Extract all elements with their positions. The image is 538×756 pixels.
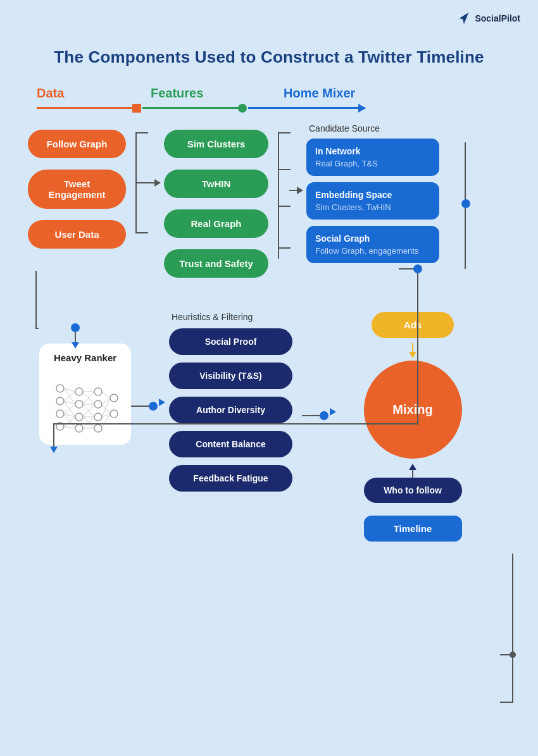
heuristics-label: Heuristics & Filtering (172, 312, 302, 322)
feature-sim-clusters: Sim Clusters (164, 130, 268, 158)
data-section-label: Data (37, 86, 151, 101)
feat-bracket-left (278, 132, 279, 259)
svg-line-39 (102, 414, 110, 428)
page-title: The Components Used to Construct a Twitt… (19, 47, 519, 67)
heavy-ranker-label: Heavy Ranker (54, 352, 116, 363)
timeline-right-line (500, 554, 513, 702)
data-item-user-data: User Data (28, 220, 126, 249)
candidate-source-label: Candidate Source (309, 123, 439, 133)
ranker-heuristics-connector (131, 402, 163, 411)
brand-name: SocialPilot (475, 13, 520, 23)
svg-line-19 (64, 404, 75, 414)
data-arrow-dot (132, 104, 141, 113)
wtf-right-dot (510, 652, 516, 658)
left-down-line (35, 271, 37, 328)
heavy-ranker-top-dot (71, 323, 80, 332)
heavy-ranker-box: Heavy Ranker (39, 344, 131, 445)
neural-network-diagram (51, 379, 120, 436)
brand-icon (457, 11, 471, 25)
candidates-right-connector (439, 123, 471, 282)
data-arrow (37, 107, 135, 109)
feature-real-graph: Real Graph (164, 209, 268, 238)
right-blue-dot (461, 199, 470, 208)
ranker-arrowhead (159, 399, 165, 406)
left-h-line (35, 328, 39, 329)
ranker-h-line (131, 406, 150, 407)
heuristics-pills: Social Proof Visibility (T&S) Author Div… (169, 328, 302, 492)
heuristic-author-diversity: Author Diversity (169, 397, 292, 423)
heavy-ranker-arrow-down (72, 342, 79, 349)
svg-point-5 (75, 400, 83, 408)
feat-bracket-t2 (278, 169, 291, 170)
svg-point-1 (56, 397, 64, 405)
features-section-label: Features (151, 86, 284, 101)
bottom-diagram: Heavy Ranker (28, 306, 519, 542)
data-item-tweet-engagement: Tweet Engagement (28, 170, 126, 209)
timeline-pill: Timeline (364, 516, 462, 542)
heuristic-social-proof: Social Proof (169, 328, 292, 355)
top-diagram: Follow Graph Tweet Engagement User Data (28, 123, 519, 282)
svg-line-23 (64, 426, 75, 428)
bracket-arrowhead (154, 179, 161, 187)
candidate-column: Candidate Source In Network Real Graph, … (306, 123, 439, 270)
heuristics-column: Heuristics & Filtering Social Proof Visi… (169, 312, 302, 492)
data-features-connector (129, 123, 164, 244)
heuristic-feedback-fatigue: Feedback Fatigue (169, 465, 292, 492)
arrow-row (37, 101, 519, 115)
bracket-bot-tick (135, 232, 148, 233)
svg-point-12 (110, 394, 118, 402)
svg-line-36 (102, 404, 110, 414)
feature-trust-safety: Trust and Safety (164, 249, 268, 278)
svg-point-2 (56, 410, 64, 418)
who-to-follow-pill: Who to follow (364, 478, 462, 503)
brand: SocialPilot (457, 11, 520, 25)
svg-line-21 (64, 414, 75, 428)
heuristics-mixing-connector (302, 411, 334, 420)
heuristic-content-balance: Content Balance (169, 431, 292, 457)
svg-line-22 (64, 417, 75, 426)
home-mixer-arrowhead (358, 104, 366, 113)
feat-bracket-t4 (278, 247, 291, 249)
feature-twhin: TwHIN (164, 170, 268, 198)
ranker-dot (149, 402, 158, 411)
mixing-column: Ads Mixing Who to follow (353, 312, 473, 542)
feat-bracket-t3 (278, 206, 291, 207)
candidate-box-embedding: Embedding Space Sim Clusters, TwHIN (306, 182, 439, 220)
svg-point-8 (94, 388, 102, 395)
feat-bracket-t1 (278, 132, 291, 133)
home-mixer-section-label: Home Mixer (284, 86, 448, 101)
candidate-box-social-graph: Social Graph Follow Graph, engagements (306, 226, 439, 263)
mixing-circle: Mixing (364, 361, 462, 459)
wtf-up-arrow (409, 464, 416, 478)
feat-bracket-arrow (297, 187, 303, 194)
features-arrow-dot (238, 104, 247, 113)
svg-point-9 (94, 400, 102, 408)
features-column: Sim Clusters TwHIN Real Graph Trust and … (164, 123, 272, 278)
svg-point-7 (75, 424, 83, 432)
ads-pill: Ads (372, 312, 454, 338)
candidate-box-in-network: In Network Real Graph, T&S (306, 139, 439, 176)
heavy-ranker-down-line (75, 331, 76, 344)
svg-point-0 (56, 385, 64, 392)
features-candidates-connector (272, 123, 306, 269)
svg-line-34 (102, 392, 110, 398)
ads-down-arrow (409, 343, 416, 358)
page: SocialPilot The Components Used to Const… (0, 0, 538, 756)
heuristic-visibility: Visibility (T&S) (169, 363, 292, 389)
bracket-mid-tick (135, 182, 148, 183)
svg-point-10 (94, 413, 102, 421)
svg-point-13 (110, 410, 118, 418)
transition-area (28, 282, 519, 301)
svg-line-16 (64, 392, 75, 401)
svg-point-3 (56, 423, 64, 430)
section-labels-row: Data Features Home Mixer (37, 86, 519, 101)
features-arrow (142, 107, 241, 109)
home-mixer-arrow (248, 107, 365, 109)
heur-mix-arrowhead (330, 408, 336, 416)
svg-point-4 (75, 388, 83, 395)
heur-mix-dot (320, 411, 328, 420)
bracket-top-tick (135, 132, 148, 133)
data-column: Follow Graph Tweet Engagement User Data (28, 123, 129, 249)
data-item-follow-graph: Follow Graph (28, 130, 126, 158)
svg-point-6 (75, 413, 83, 421)
